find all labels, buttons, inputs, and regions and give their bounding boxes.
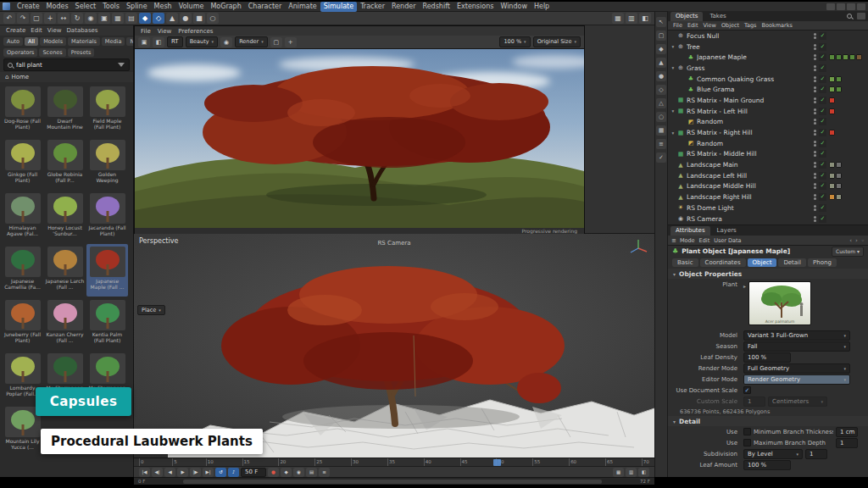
layers-icon[interactable]: ≡ (656, 139, 666, 149)
visibility-dots[interactable] (814, 97, 816, 103)
texture-tag[interactable] (829, 183, 835, 189)
move-tool-icon[interactable]: + (44, 13, 56, 24)
last-tool-icon[interactable]: ◉ (85, 13, 97, 24)
prev-frame-button[interactable]: ◀ (164, 468, 175, 477)
min-branch-field[interactable]: 1 cm (836, 427, 858, 437)
menu-item[interactable]: Spline (123, 2, 151, 12)
subdivision-level-field[interactable]: 1 (805, 449, 827, 459)
attribute-tab[interactable]: Phong (808, 258, 837, 267)
visibility-dots[interactable] (814, 183, 816, 189)
visibility-dots[interactable] (814, 173, 816, 179)
enabled-checkbox[interactable]: ✓ (819, 86, 826, 93)
object-row[interactable]: ▲ Landscape Right Hill ✓ (668, 191, 868, 202)
object-name[interactable]: Blue Grama (697, 86, 811, 93)
texture-tag[interactable] (829, 97, 835, 103)
object-row[interactable]: ▦ RS Matrix - Main Ground ✓ (668, 95, 868, 106)
render-view-icon[interactable]: ▦ (112, 13, 124, 24)
layout-icon[interactable] (857, 3, 865, 10)
grid-snap-icon[interactable]: ▦ (656, 125, 666, 136)
visibility-dots[interactable] (814, 162, 816, 168)
hud-icon[interactable]: ▦ (613, 468, 624, 477)
edge-mode-icon[interactable]: ◇ (656, 85, 666, 95)
object-name[interactable]: Landscape Left Hill (687, 172, 811, 180)
asset-item[interactable]: Dog-Rose (Fall Plant) (2, 84, 43, 136)
autokey-button[interactable]: ◉ (293, 468, 304, 477)
lock-icon[interactable]: ◉ (220, 37, 232, 47)
compare-icon[interactable]: ◧ (153, 37, 164, 47)
collapse-icon[interactable]: ▾ (673, 419, 676, 424)
section-header[interactable]: Detail (679, 418, 700, 425)
enabled-checkbox[interactable]: ✓ (819, 53, 826, 61)
visibility-dots[interactable] (814, 141, 816, 147)
viewport-panel[interactable]: Perspective RS Camera Place▾ (134, 234, 654, 458)
menu-item[interactable]: Window (497, 2, 531, 12)
enabled-checkbox[interactable]: ✓ (819, 172, 826, 180)
object-name[interactable]: RS Matrix - Main Ground (687, 97, 811, 104)
asset-item[interactable]: Kentia Palm (Fall Plant) (86, 297, 128, 350)
visibility-dots[interactable] (814, 33, 816, 39)
polygon-mode-icon[interactable]: △ (656, 98, 666, 108)
asset-item[interactable]: Field Maple (Fall Plant) (86, 84, 128, 136)
split-view-icon[interactable]: ◧ (639, 13, 651, 24)
visibility-dots[interactable] (814, 205, 816, 211)
texture-tag[interactable] (849, 54, 855, 60)
enabled-checkbox[interactable]: ✓ (819, 204, 826, 212)
render-view-menu[interactable]: File (138, 28, 153, 35)
subdivision-dropdown[interactable]: By Level▾ (743, 449, 803, 459)
texture-tag[interactable] (843, 54, 849, 60)
menu-item[interactable]: Animate (285, 2, 320, 12)
workplane-icon[interactable]: ○ (656, 112, 666, 122)
back-icon[interactable]: ‹ (849, 237, 852, 244)
enabled-checkbox[interactable]: ✓ (819, 140, 826, 147)
custom-scale-unit-dropdown[interactable]: Centimeters▾ (768, 396, 827, 407)
menu-item[interactable]: Tracker (357, 2, 388, 12)
attribute-menu-item[interactable]: User Data (714, 237, 741, 244)
custom-scale-field[interactable]: 1 (743, 396, 765, 407)
season-dropdown[interactable]: Fall▾ (743, 341, 850, 352)
primitive-icon[interactable]: ▲ (166, 13, 178, 24)
visibility-dots[interactable] (814, 151, 816, 157)
enabled-checkbox[interactable]: ✓ (819, 32, 826, 40)
asset-search-bar[interactable] (3, 58, 130, 71)
menu-item[interactable]: Character (245, 2, 286, 12)
max-branch-use-checkbox[interactable] (743, 439, 751, 446)
solo-icon[interactable]: ◧ (638, 468, 649, 477)
scale-tool-icon[interactable]: ↔ (58, 13, 70, 24)
expander-icon[interactable]: ▾ (670, 44, 676, 49)
object-name[interactable]: Landscape Right Hill (687, 193, 811, 201)
object-row[interactable]: ▾ ⊕ Tree ✓ (668, 42, 868, 53)
object-name[interactable]: RS Dome Light (687, 204, 811, 212)
record-button[interactable]: ● (268, 468, 279, 477)
object-manager-menu[interactable]: Object (720, 22, 741, 29)
object-name[interactable]: RS Camera (687, 215, 811, 223)
asset-search-input[interactable] (16, 62, 114, 69)
make-editable-icon[interactable]: ▢ (656, 30, 666, 41)
enabled-checkbox[interactable]: ✓ (819, 97, 826, 104)
asset-filter-tab[interactable]: All (25, 37, 38, 46)
object-row[interactable]: ▾ ▦ RS Matrix - Right Hill ✓ (668, 127, 868, 138)
asset-filter-tab[interactable]: Nodes (126, 37, 134, 46)
custom-dropdown[interactable]: Custom ▾ (832, 247, 864, 257)
asset-filter-tab[interactable]: Models (40, 37, 66, 46)
visibility-dots[interactable] (814, 130, 816, 136)
visibility-dots[interactable] (814, 216, 816, 222)
texture-tag[interactable] (829, 54, 835, 60)
texture-tag[interactable] (856, 54, 862, 60)
rt-button[interactable]: RT (167, 36, 183, 47)
texture-tag[interactable] (836, 194, 842, 200)
asset-item[interactable]: Japanese Camellia (Fa... (2, 244, 43, 297)
forward-icon[interactable]: › (855, 237, 858, 244)
place-tool-chip[interactable]: Place▾ (137, 305, 165, 315)
object-name[interactable]: Grass (687, 64, 811, 72)
object-row[interactable]: ☀ RS Dome Light ✓ (668, 202, 868, 214)
visibility-dots[interactable] (814, 65, 816, 71)
goto-start-button[interactable]: |◀ (139, 468, 150, 477)
expander-icon[interactable]: ▾ (670, 108, 676, 114)
preview-range-bar[interactable]: 0 F 72 F (134, 477, 654, 485)
texture-tag[interactable] (829, 194, 835, 200)
asset-item[interactable]: Japanese Maple (Fall ... (86, 244, 128, 297)
keyframe-button[interactable]: ◆ (281, 468, 292, 477)
zoom-dropdown[interactable]: 100 %▾ (499, 36, 530, 47)
object-name[interactable]: Tree (687, 43, 811, 51)
attribute-menu-item[interactable]: Mode (680, 237, 695, 244)
